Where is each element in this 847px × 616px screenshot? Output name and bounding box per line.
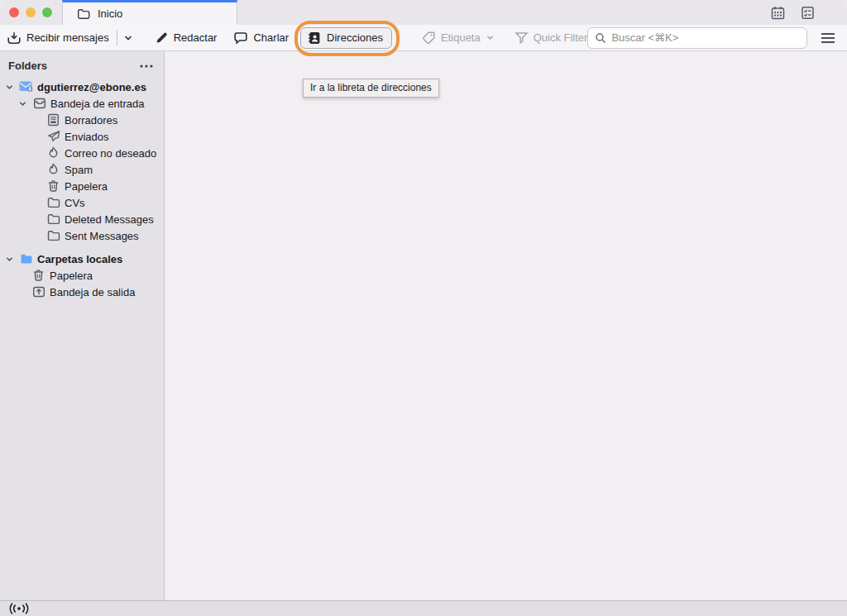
quick-filter-label: Quick Filter [534, 31, 588, 44]
broadcast-status-icon[interactable] [8, 603, 30, 615]
folder-pane-options-icon[interactable] [139, 64, 154, 69]
search-input[interactable] [611, 31, 800, 44]
inbox-icon [32, 97, 46, 110]
chat-label: Charlar [253, 31, 289, 44]
main-content-area [165, 51, 847, 600]
address-book-label: Direcciones [327, 31, 383, 44]
mail-toolbar: Recibir mensajes Redactar Charlar [0, 25, 847, 51]
folder-tree: dgutierrez@ebone.es Bandeja de entrada B… [0, 79, 164, 300]
write-label: Redactar [174, 31, 218, 44]
app-menu-icon[interactable] [821, 32, 835, 44]
app-window: Inicio Recibir mensajes [0, 0, 847, 616]
folder-icon [77, 7, 90, 21]
quick-filter-button[interactable]: Quick Filter [514, 31, 588, 45]
outbox-icon [31, 285, 45, 298]
chat-bubble-icon [233, 31, 248, 45]
folder-item-account[interactable]: dgutierrez@ebone.es [0, 79, 164, 95]
get-messages-icon [7, 31, 22, 45]
folder-label: Bandeja de salida [50, 286, 135, 298]
folder-item-outbox[interactable]: Bandeja de salida [0, 284, 164, 300]
folder-label: Enviados [65, 131, 108, 143]
folder-item-sent-messages[interactable]: Sent Messages [0, 227, 164, 244]
get-messages-label: Recibir mensajes [26, 31, 109, 44]
get-messages-button[interactable]: Recibir mensajes [7, 31, 109, 45]
folder-label: Correo no deseado [65, 147, 156, 160]
folder-item-cvs[interactable]: CVs [0, 194, 164, 211]
folder-item-junk[interactable]: Correo no deseado [0, 145, 164, 161]
folder-label: CVs [65, 197, 85, 209]
mail-account-icon [19, 81, 33, 93]
folder-item-sent[interactable]: Enviados [0, 128, 164, 145]
folder-icon [46, 230, 60, 241]
folder-icon [46, 197, 60, 208]
get-messages-split-button: Recibir mensajes [7, 31, 133, 45]
minimize-window-button[interactable] [26, 7, 36, 17]
folder-item-local-folders[interactable]: Carpetas locales [0, 251, 164, 267]
status-bar [0, 600, 847, 616]
folder-label: Papelera [65, 180, 108, 193]
folder-icon [46, 213, 60, 225]
folder-pane: Folders dgutierrez@ebone.es [0, 51, 165, 600]
chevron-down-icon [486, 33, 495, 42]
close-window-button[interactable] [9, 7, 19, 17]
address-book-icon [307, 31, 322, 45]
write-button[interactable]: Redactar [155, 31, 218, 45]
search-field[interactable] [587, 27, 807, 49]
junk-flame-icon [46, 146, 60, 160]
folder-label: Carpetas locales [37, 253, 122, 265]
pencil-icon [155, 31, 169, 45]
junk-flame-icon [46, 163, 60, 176]
local-folders-icon [19, 253, 33, 265]
funnel-icon [514, 31, 529, 45]
chevron-down-icon[interactable] [123, 33, 133, 43]
chat-button[interactable]: Charlar [233, 31, 289, 45]
search-icon [595, 32, 606, 44]
folders-pane-title: Folders [8, 60, 47, 72]
tag-label: Etiqueta [441, 31, 481, 44]
folder-item-spam[interactable]: Spam [0, 161, 164, 178]
tasks-icon[interactable] [800, 5, 816, 21]
folder-item-deleted-messages[interactable]: Deleted Messages [0, 211, 164, 227]
folder-item-drafts[interactable]: Borradores [0, 112, 164, 128]
maximize-window-button[interactable] [42, 7, 52, 17]
folder-label: Deleted Messages [65, 213, 154, 226]
chevron-down-icon[interactable] [5, 83, 15, 92]
folder-label: dgutierrez@ebone.es [37, 81, 146, 93]
traffic-lights [9, 7, 59, 17]
tab-bar: Inicio [0, 0, 847, 25]
trash-icon [31, 269, 45, 282]
chevron-down-icon[interactable] [18, 99, 28, 108]
sent-icon [46, 130, 60, 143]
tab-inicio[interactable]: Inicio [62, 0, 237, 25]
folder-label: Borradores [65, 114, 117, 127]
tag-button[interactable]: Etiqueta [422, 31, 495, 45]
calendar-icon[interactable] [770, 5, 786, 21]
tag-icon [422, 31, 436, 45]
chevron-down-icon[interactable] [5, 255, 15, 264]
divider [117, 31, 117, 45]
folder-label: Spam [65, 164, 93, 176]
folder-label: Sent Messages [65, 230, 139, 242]
folder-label: Bandeja de entrada [50, 98, 144, 110]
tab-label: Inicio [98, 7, 122, 20]
folder-label: Papelera [50, 270, 93, 282]
folder-item-inbox[interactable]: Bandeja de entrada [0, 95, 164, 112]
address-book-button[interactable]: Direcciones [300, 27, 392, 49]
folder-item-local-trash[interactable]: Papelera [0, 267, 164, 284]
trash-icon [46, 179, 60, 193]
folder-item-trash[interactable]: Papelera [0, 178, 164, 194]
draft-icon [46, 113, 60, 127]
tooltip: Ir a la libreta de direcciones [303, 79, 439, 98]
